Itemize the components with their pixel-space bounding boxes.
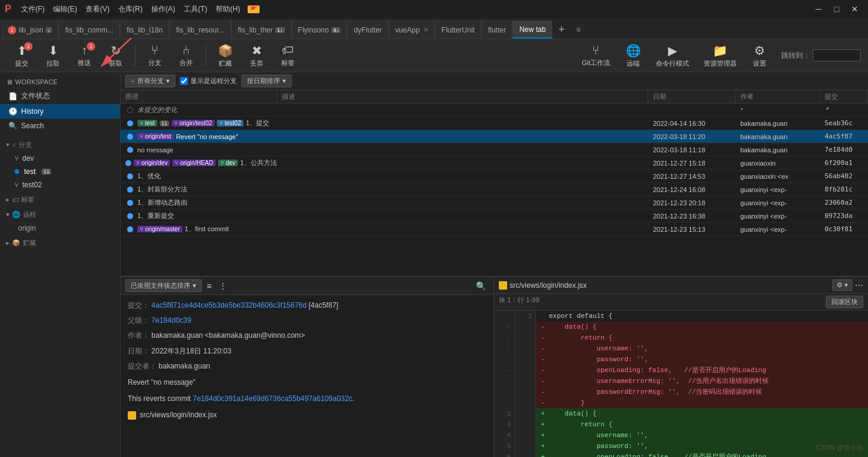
pull-label: 拉取 [46,59,60,68]
tab-close-icon[interactable]: ✕ [423,26,428,33]
graph-cell-vis: ⑂ origin/master 1、first commit [120,225,277,234]
right-panel: ⑂ 所有分支 ▾ 显示是远程分支 按日期排序 ▾ 图谱 描述 日期 作者 提交 [120,72,868,457]
sidebar-tags-group[interactable]: ▸ 🏷 标签 [0,191,120,207]
sidebar-branch-test02[interactable]: ⑂ test02 [0,178,120,191]
tab-fis-lib-resour[interactable]: fis_lib_resour... [169,20,231,39]
minimize-button[interactable]: ─ [810,3,827,15]
menu-action[interactable]: 操作(A) [148,3,179,16]
stash-button[interactable]: 📦 贮藏 [211,41,240,70]
branch-button[interactable]: ⑂ 分支 [140,41,169,70]
tab-add-button[interactable]: + [552,20,570,39]
show-remote-check[interactable]: 显示是远程分支 [180,76,237,85]
settings-button[interactable]: ⚙ 设置 [745,41,774,70]
diff-content: 1 export default { - - data() { - - retu… [494,311,868,457]
stash-label: 贮藏 [219,59,232,68]
filter-icon: ⑂ [131,78,135,85]
tag-button[interactable]: 🏷 标签 [273,41,302,70]
commit-more-options[interactable]: ⋮ [216,280,229,292]
reverts-link[interactable]: 7e184d0c391a14e69d6736ca55b497a6109a032c [193,394,352,403]
graph-row-uncommitted[interactable]: 未提交的变化 * * [120,104,868,117]
graph-cell-author: * [735,107,820,114]
branch-ahead-badge: 11 [42,169,51,175]
diff-gear-button[interactable]: ⚙ ▾ [832,279,852,291]
show-remote-checkbox[interactable] [180,77,188,85]
terminal-button[interactable]: ▶ 命令行模式 [650,41,695,70]
sidebar-origin-item[interactable]: origin [0,222,120,235]
discard-button[interactable]: ✖ 丢弃 [242,41,271,70]
commit-search-button[interactable]: 🔍 [473,280,489,292]
graph-cell-commit: 4ac5f87 [820,132,868,140]
titlebar: P 文件(F) 编辑(E) 查看(V) 仓库(R) 操作(A) 工具(T) 帮助… [0,0,868,18]
changed-file-item[interactable]: src/views/login/index.jsx [128,407,486,423]
push-button[interactable]: 1 ↑ 推送 [70,41,99,70]
tab-flutterunit[interactable]: FlutterUnit [435,20,481,39]
tab-lib-json[interactable]: 1 lib_json ↓ [1,20,58,39]
tab-fis-lib-comm[interactable]: fis_lib_comm... [58,20,120,39]
close-button[interactable]: ✕ [846,3,863,15]
tab-label: dyFlutter [354,26,382,34]
menu-repo[interactable]: 仓库(R) [114,3,146,16]
pull-button[interactable]: ⬇ 拉取 [39,41,67,70]
graph-row-5[interactable]: 1、封装部分方法 2021-12-24 16:08 guanxinyi <exp… [120,183,868,196]
col-commit: 提交 [820,90,868,103]
explorer-button[interactable]: 📁 资源管理器 [698,41,743,70]
tab-fis-lib-i18n[interactable]: fis_lib_i18n [120,20,169,39]
tab-dyflutter[interactable]: dyFlutter [347,20,389,39]
commit-msg: 1、提交 [246,119,269,128]
sidebar-item-history[interactable]: 🕐 History [0,104,120,119]
menu-view[interactable]: 查看(V) [82,3,113,16]
graph-row-6[interactable]: 1、新增动态路由 2021-12-23 20:18 guanxinyi <exp… [120,196,868,210]
git-flow-button[interactable]: ⑂ Git工作流 [576,41,616,70]
menu-edit[interactable]: 编辑(E) [49,3,81,16]
tab-fis-lib-ther[interactable]: fis_lib_ther 1↓ [231,20,292,39]
tab-flutter[interactable]: flutter [481,20,513,39]
tab-label: FlutterUnit [442,26,475,34]
sidebar-item-filestatus[interactable]: 📄 文件状态 [0,88,120,104]
menu-file[interactable]: 文件(F) [17,3,48,16]
tab-vueapp[interactable]: vueApp ✕ [389,20,435,39]
goto-input[interactable] [813,49,861,61]
graph-sort-button[interactable]: 按日期排序 ▾ [242,75,292,87]
graph-row-0[interactable]: ⑂ test 11 ⑂ origin/test02 ⑂ test02 1、提交 … [120,117,868,130]
window-controls: ─ □ ✕ [810,3,863,15]
graph-branch-filter[interactable]: ⑂ 所有分支 ▾ [125,75,175,87]
diff-more-button[interactable]: ⋯ [855,281,863,290]
diff-line: - - username: '', [494,343,868,354]
tab-label: fis_lib_resour... [176,26,225,34]
tab-new-tab[interactable]: New tab [513,20,552,39]
graph-row-8[interactable]: ⑂ origin/master 1、first commit 2021-12-2… [120,223,868,236]
commit-sort-button[interactable]: 已依照文件状态排序 ▾ [125,279,202,292]
origin-test-tag: ⑂ origin/test [137,133,173,140]
tab-flyinsono[interactable]: Flyinsono 4↓ [292,20,348,39]
merge-button[interactable]: ⑃ 合并 [172,41,201,70]
explorer-label: 资源管理器 [704,59,737,68]
maximize-button[interactable]: □ [828,3,845,15]
commit-msg: Revert "no message" [176,133,238,140]
branch-icon: ⑂ [14,154,19,163]
sidebar-branch-test[interactable]: test 11 [0,165,120,178]
commit-view-toggle[interactable]: ≡ [204,280,214,292]
sidebar-branches-group[interactable]: ▾ ⑂ 分支 [0,137,120,152]
menu-help[interactable]: 帮助(H) [212,3,244,16]
graph-row-3[interactable]: ⑂ origin/dev ⑂ origin/HEAD ⑂ dev 1、公共方法类… [120,157,868,170]
graph-row-4[interactable]: 1、优化 2021-12-27 14:53 guanxiaoxin <ex 56… [120,170,868,183]
graph-row-7[interactable]: 1、重新提交 2021-12-23 16:38 guanxinyi <exp- … [120,210,868,223]
fetch-button[interactable]: ↻ 获取 [101,41,130,70]
graph-cell-date: 2021-12-27 15:18 [648,160,735,167]
tab-down-badge: ↓ [46,27,52,33]
tab-label: fis_lib_comm... [65,26,113,34]
diff-line: - - usernameErrorMsg: '', //当用户名出现错误的时候 [494,376,868,387]
tab-more-button[interactable]: ≡ [570,20,586,39]
diff-subheader: 块 1：行 1-99 回滚区块 [494,294,868,311]
menu-tools[interactable]: 工具(T) [180,3,211,16]
sidebar-remote-group[interactable]: ▾ 🌐 远程 [0,207,120,222]
graph-row-2[interactable]: no message 2022-03-18 11:18 bakamaka.gua… [120,143,868,157]
sidebar-stash-group[interactable]: ▸ 📦 贮藏 [0,235,120,250]
graph-row-1[interactable]: ⑂ origin/test Revert "no message" 2022-0… [120,130,868,143]
commit-button[interactable]: 1 ⬆ 提交 [7,41,36,70]
remote-button[interactable]: 🌐 远端 [619,41,648,70]
diff-revert-block-button[interactable]: 回滚区块 [826,296,863,308]
sidebar-branch-dev[interactable]: ⑂ dev [0,152,120,165]
sidebar-item-search[interactable]: 🔍 Search [0,119,120,133]
graph-cell-vis: ⑂ test 11 ⑂ origin/test02 ⑂ test02 1、提交 [120,119,277,128]
